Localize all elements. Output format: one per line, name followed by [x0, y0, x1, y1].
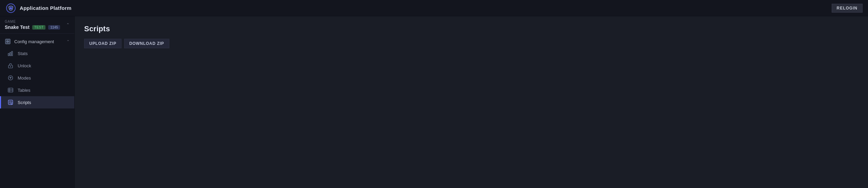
scripts-label: Scripts: [18, 100, 31, 105]
svg-rect-6: [8, 42, 10, 43]
svg-rect-4: [8, 40, 10, 41]
stats-label: Stats: [18, 51, 28, 56]
tables-icon: [7, 87, 14, 93]
relogin-button[interactable]: RELOGIN: [832, 4, 863, 13]
modes-label: Modes: [18, 75, 31, 81]
svg-rect-3: [6, 40, 8, 41]
navbar: Application Platform RELOGIN: [0, 0, 868, 16]
game-info: GAME Snake Test TEST 1145: [5, 20, 60, 30]
svg-point-1: [10, 7, 12, 9]
game-label: GAME: [5, 20, 60, 23]
id-badge: 1145: [48, 25, 60, 30]
unlock-label: Unlock: [18, 63, 31, 68]
game-name-row: Snake Test TEST 1145: [5, 24, 60, 30]
svg-rect-13: [8, 88, 13, 92]
config-management-section: Config management ⌃ Stats: [0, 34, 74, 110]
sidebar-item-unlock[interactable]: Unlock: [0, 59, 74, 72]
tables-label: Tables: [18, 88, 31, 93]
sidebar-item-modes[interactable]: Modes: [0, 72, 74, 84]
game-name: Snake Test: [5, 24, 30, 30]
main-content: Scripts UPLOAD ZIP DOWNLOAD ZIP: [75, 16, 868, 188]
app-logo: [5, 3, 16, 14]
game-selector[interactable]: GAME Snake Test TEST 1145 ⌃: [0, 16, 74, 34]
upload-zip-button[interactable]: UPLOAD ZIP: [84, 39, 121, 48]
chevron-down-icon: ⌃: [66, 22, 70, 27]
toolbar: UPLOAD ZIP DOWNLOAD ZIP: [75, 39, 868, 54]
modes-icon: [7, 75, 14, 81]
sidebar-item-scripts[interactable]: Scripts: [0, 96, 74, 108]
test-badge: TEST: [32, 25, 46, 30]
page-header: Scripts: [75, 16, 868, 39]
download-zip-button[interactable]: DOWNLOAD ZIP: [124, 39, 169, 48]
stats-icon: [7, 50, 14, 56]
sidebar: GAME Snake Test TEST 1145 ⌃: [0, 16, 75, 188]
svg-rect-9: [12, 51, 13, 56]
section-title: Config management: [5, 38, 54, 45]
navbar-left: Application Platform: [5, 3, 72, 14]
body-layout: GAME Snake Test TEST 1145 ⌃: [0, 16, 868, 188]
svg-point-11: [10, 66, 11, 67]
page-title: Scripts: [84, 24, 858, 33]
svg-rect-8: [10, 52, 11, 56]
config-icon: [5, 38, 11, 45]
svg-rect-2: [5, 39, 10, 44]
unlock-icon: [7, 63, 14, 69]
sidebar-item-stats[interactable]: Stats: [0, 47, 74, 59]
sidebar-item-tables[interactable]: Tables: [0, 84, 74, 96]
svg-rect-5: [6, 42, 8, 43]
svg-rect-7: [8, 53, 9, 56]
section-label: Config management: [14, 39, 54, 44]
section-collapse-icon: ⌃: [67, 39, 70, 44]
app-title: Application Platform: [20, 5, 72, 11]
section-header[interactable]: Config management ⌃: [0, 36, 74, 47]
scripts-icon: [7, 99, 14, 105]
